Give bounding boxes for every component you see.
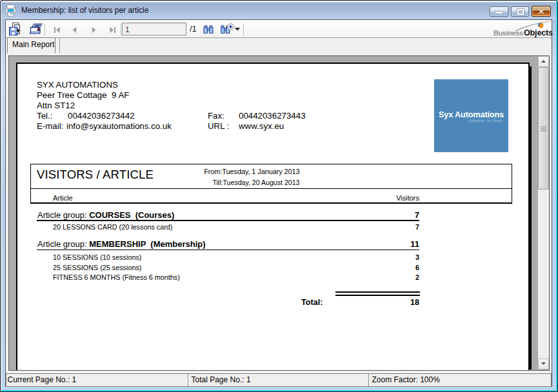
svg-text:Objects: Objects bbox=[524, 28, 553, 37]
svg-text:Business: Business bbox=[493, 29, 523, 37]
